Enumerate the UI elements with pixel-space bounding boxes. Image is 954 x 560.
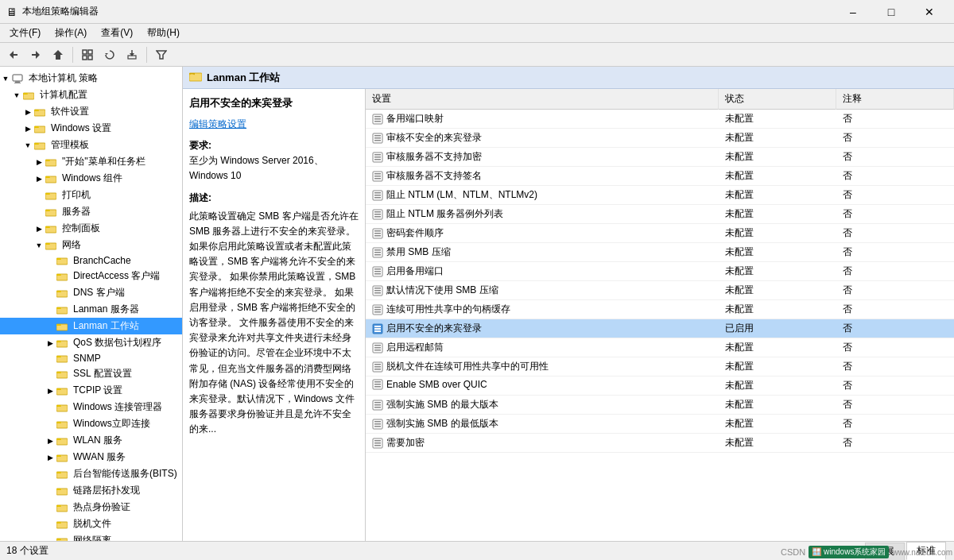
menu-help[interactable]: 帮助(H) [141,25,186,41]
svg-marker-11 [157,51,166,59]
settings-cell-status-9: 未配置 [719,262,836,281]
tree-item-admin-templates[interactable]: 管理模板 [0,137,182,153]
menu-action[interactable]: 操作(A) [48,25,93,41]
settings-row-10[interactable]: 默认情况下使用 SMB 压缩未配置否 [366,281,954,300]
settings-row-18[interactable]: 需要加密未配置否 [366,434,954,453]
svg-rect-22 [34,143,39,145]
tree-arrow-tcpip[interactable] [45,385,56,396]
settings-cell-status-2: 未配置 [719,129,836,148]
tree-item-windows-settings[interactable]: Windows 设置 [0,120,182,137]
settings-row-12[interactable]: 启用不安全的来宾登录已启用否 [366,319,954,338]
tree-item-background-send[interactable]: 后台智能传送服务(BITS) [0,465,182,482]
settings-name-5: 阻止 NTLM (LM、NTLM、NTLMv2) [386,188,537,202]
tree-label-windows-settings: Windows 设置 [51,122,111,135]
settings-cell-name-2: 审核不安全的来宾登录 [366,129,719,147]
settings-row-3[interactable]: 审核服务器不支持加密未配置否 [366,148,954,167]
menu-file[interactable]: 文件(F) [3,25,47,41]
tree-item-tcpip[interactable]: TCPIP 设置 [0,382,182,399]
tree-item-network[interactable]: 网络 [0,237,182,253]
tree-item-offline-files[interactable]: 脱机文件 [0,516,182,532]
settings-row-6[interactable]: 阻止 NTLM 服务器例外列表未配置否 [366,205,954,224]
forward-button[interactable] [25,45,46,64]
tree-arrow-network[interactable] [33,240,45,251]
tree-item-windows-instant[interactable]: Windows立即连接 [0,415,182,432]
svg-rect-147 [374,440,381,442]
svg-rect-143 [374,421,381,423]
tree-item-link-layer[interactable]: 链路层拓扑发现 [0,482,182,499]
tree-arrow-local-computer-policy[interactable] [0,73,11,84]
back-button[interactable] [3,45,24,64]
maximize-button[interactable]: □ [873,0,909,24]
settings-row-16[interactable]: 强制实施 SMB 的最大版本未配置否 [366,396,954,415]
settings-row-13[interactable]: 启用远程邮筒未配置否 [366,338,954,357]
tree-item-printer[interactable]: 打印机 [0,187,182,203]
svg-rect-95 [374,192,381,194]
tree-arrow-control-panel[interactable] [33,223,45,234]
menu-view[interactable]: 查看(V) [95,25,139,41]
svg-rect-83 [374,135,381,137]
tree-arrow-directaccess [45,271,56,282]
up-button[interactable] [48,45,68,64]
tree-arrow-windows-settings[interactable] [22,123,33,134]
settings-row-9[interactable]: 启用备用端口未配置否 [366,262,954,281]
tree-item-network-isolation[interactable]: 网络隔离 [0,532,182,541]
settings-row-17[interactable]: 强制实施 SMB 的最低版本未配置否 [366,415,954,434]
tree-arrow-wlan[interactable] [45,435,56,446]
filter-button[interactable] [151,45,172,64]
tree-item-dns-client[interactable]: DNS 客户端 [0,284,182,301]
tree-item-qos[interactable]: QoS 数据包计划程序 [0,334,182,351]
tree-arrow-computer-config[interactable] [11,90,22,101]
show-hide-button[interactable] [77,45,98,64]
tree-arrow-windows-components[interactable] [33,173,45,184]
desc-edit-link-text[interactable]: 编辑策略设置 [189,118,246,129]
settings-row-8[interactable]: 禁用 SMB 压缩未配置否 [366,243,954,262]
tree-item-server[interactable]: 服务器 [0,203,182,220]
desc-edit-link[interactable]: 编辑策略设置 [189,117,359,132]
tree-item-hotspot[interactable]: 热点身份验证 [0,499,182,516]
tree-arrow-software-settings[interactable] [22,106,33,118]
settings-row-11[interactable]: 连续可用性共享中的句柄缓存未配置否 [366,300,954,319]
tree-arrow-wwan[interactable] [45,452,56,463]
settings-cell-name-5: 阻止 NTLM (LM、NTLM、NTLMv2) [366,186,719,204]
close-button[interactable]: ✕ [911,0,948,24]
tree-arrow-start-menu[interactable] [33,156,45,168]
tree-arrow-admin-templates[interactable] [22,140,33,151]
settings-row-7[interactable]: 密码套件顺序未配置否 [366,224,954,243]
export-button[interactable] [122,45,142,64]
tree-item-ssl[interactable]: SSL 配置设置 [0,365,182,382]
tree-item-computer-config[interactable]: 计算机配置 [0,87,182,103]
tree-item-lanman-server[interactable]: Lanman 服务器 [0,301,182,318]
tree-item-snmp[interactable]: SNMP [0,351,182,365]
svg-rect-52 [56,388,61,390]
tree-item-local-computer-policy[interactable]: 本地计算机 策略 [0,70,182,87]
svg-rect-16 [23,93,28,95]
tree-item-start-menu[interactable]: "开始"菜单和任务栏 [0,153,182,170]
tree-item-software-settings[interactable]: 软件设置 [0,103,182,120]
folder-icon-dns-client [56,288,68,299]
tree-arrow-qos[interactable] [45,338,56,349]
folder-icon-software-settings [33,106,46,118]
tree-item-control-panel[interactable]: 控制面板 [0,220,182,237]
refresh-button[interactable] [99,45,120,64]
tree-item-windows-components[interactable]: Windows 组件 [0,170,182,187]
tree-item-branchcache[interactable]: BranchCache [0,253,182,268]
svg-rect-148 [374,445,381,446]
settings-row-1[interactable]: 备用端口映射未配置否 [366,110,954,129]
tree-item-lanman-workstation[interactable]: Lanman 工作站 [0,318,182,334]
watermark-url: www.naiebu.com [892,548,952,557]
row-icon-13 [372,342,383,353]
minimize-button[interactable]: – [835,0,871,24]
settings-row-4[interactable]: 审核服务器不支持签名未配置否 [366,167,954,186]
settings-cell-status-16: 未配置 [719,396,836,415]
tree-item-wwan[interactable]: WWAN 服务 [0,449,182,465]
svg-marker-1 [32,51,40,59]
col-comment: 注释 [836,89,954,110]
tree-item-wlan[interactable]: WLAN 服务 [0,432,182,449]
tree-label-tcpip: TCPIP 设置 [73,384,122,397]
settings-row-15[interactable]: Enable SMB over QUIC未配置否 [366,377,954,396]
settings-row-5[interactable]: 阻止 NTLM (LM、NTLM、NTLMv2)未配置否 [366,186,954,205]
tree-item-windows-connection[interactable]: Windows 连接管理器 [0,399,182,415]
settings-row-2[interactable]: 审核不安全的来宾登录未配置否 [366,129,954,148]
tree-item-directaccess[interactable]: DirectAccess 客户端 [0,268,182,284]
settings-row-14[interactable]: 脱机文件在连续可用性共享中的可用性未配置否 [366,357,954,377]
